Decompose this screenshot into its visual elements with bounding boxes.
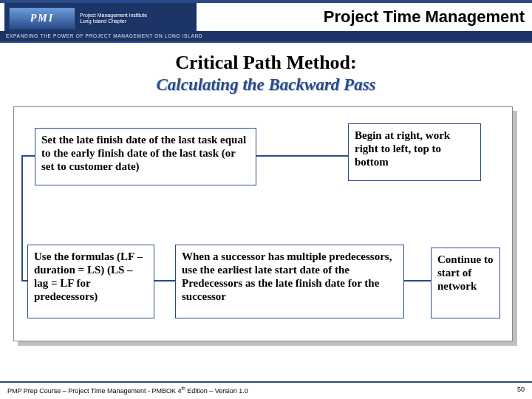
logo-line2: Long Island Chapter [80, 18, 147, 24]
pmi-logo-text: Project Management Institute Long Island… [80, 13, 147, 24]
step-box-continue: Continue to start of network [431, 248, 500, 318]
slide-title: Critical Path Method: [0, 52, 532, 74]
connector-line [21, 280, 27, 282]
connector-line [21, 155, 23, 281]
box-text: Use the formulas (LF – duration = LS) (L… [34, 250, 143, 302]
box-text: Begin at right, work right to left, top … [355, 129, 450, 168]
pmi-logo-block: PMI Project Management Institute Long Is… [4, 3, 197, 34]
logo-line1: Project Management Institute [80, 13, 147, 18]
header-tagline-text: EXPANDING THE POWER OF PROJECT MANAGEMEN… [0, 31, 532, 41]
pmi-logo-icon: PMI [9, 7, 75, 30]
slide-titles: Critical Path Method: Calculating the Ba… [0, 52, 532, 95]
step-box-set-late-finish: Set the late finish date of the last tas… [35, 128, 256, 185]
step-box-begin-right: Begin at right, work right to left, top … [348, 123, 481, 181]
connector-line [404, 280, 431, 282]
footer-text-pre: PMP Prep Course – Project Time Managemen… [7, 387, 181, 395]
footer-text-post: Edition – Version 1.0 [185, 387, 248, 395]
header-main: PMI Project Management Institute Long Is… [0, 3, 532, 34]
step-box-formulas: Use the formulas (LF – duration = LS) (L… [27, 245, 154, 318]
connector-line [154, 280, 175, 282]
slide-header: PMI Project Management Institute Long Is… [0, 0, 532, 41]
box-text: When a successor has multiple predecesso… [182, 250, 392, 302]
slide-subtitle: Calculating the Backward Pass [0, 75, 532, 95]
header-underline [0, 41, 532, 43]
step-box-multiple-predecessors: When a successor has multiple predecesso… [175, 245, 404, 318]
slide-footer: PMP Prep Course – Project Time Managemen… [0, 381, 532, 396]
slide-section-title: Project Time Management [324, 7, 525, 27]
header-tagline-bar: EXPANDING THE POWER OF PROJECT MANAGEMEN… [0, 31, 532, 41]
footer-left: PMP Prep Course – Project Time Managemen… [7, 386, 248, 396]
box-text: Continue to start of network [437, 253, 493, 292]
box-text: Set the late finish date of the last tas… [41, 134, 246, 172]
content-panel: Set the late finish date of the last tas… [13, 106, 513, 341]
connector-line [256, 155, 348, 157]
connector-line [21, 155, 35, 157]
footer-page-number: 50 [517, 386, 525, 396]
